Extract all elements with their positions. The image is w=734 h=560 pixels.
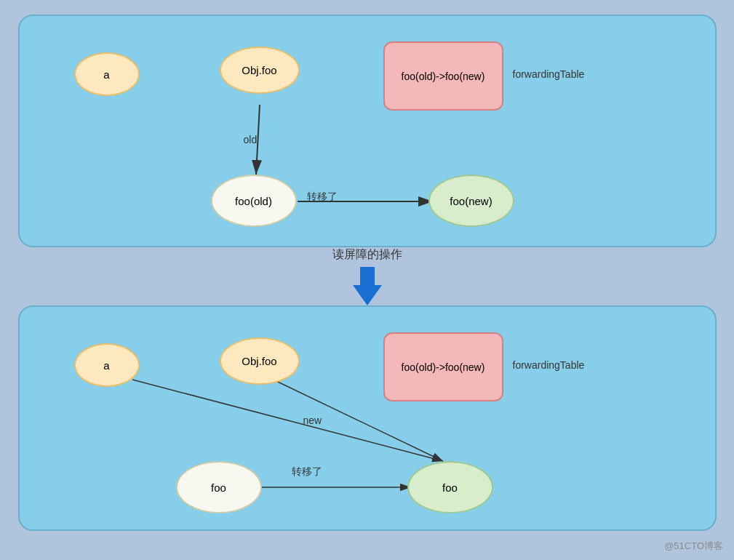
top-node-obj-foo: Obj.foo (220, 47, 300, 94)
bottom-forwarding-table-box: foo(old)->foo(new) (383, 332, 503, 401)
bottom-transition-label: 转移了 (292, 465, 322, 479)
watermark: @51CTO博客 (664, 540, 723, 553)
bottom-node-foo-white: foo (176, 461, 262, 513)
main-container: a Obj.foo old foo(old) 转移了 foo(new) foo(… (0, 0, 734, 560)
top-node-a: a (74, 52, 140, 96)
top-node-foo-new: foo(new) (428, 175, 514, 227)
bottom-diagram-box: a Obj.foo new foo 转移了 foo foo(old)->foo(… (18, 305, 717, 531)
top-diagram-arrows (20, 16, 715, 246)
bottom-diagram-arrows (20, 307, 715, 529)
transition-text: 读屏障的操作 (332, 247, 402, 263)
top-diagram-box: a Obj.foo old foo(old) 转移了 foo(new) foo(… (18, 15, 717, 247)
top-transition-label: 转移了 (307, 191, 338, 204)
arrow-head (353, 285, 382, 305)
bottom-node-foo-green: foo (407, 461, 493, 513)
top-forwarding-label: forwardingTable (513, 68, 585, 80)
bottom-node-obj-foo: Obj.foo (220, 337, 300, 385)
top-forwarding-table-box: foo(old)->foo(new) (383, 41, 503, 111)
bottom-node-a: a (74, 343, 140, 387)
down-arrow-container (353, 267, 382, 305)
top-node-foo-old: foo(old) (211, 175, 297, 227)
bottom-new-label: new (303, 415, 322, 426)
arrow-shaft (360, 267, 375, 285)
transition-area: 读屏障的操作 (332, 247, 402, 305)
top-old-label: old (244, 134, 258, 145)
bottom-forwarding-label: forwardingTable (513, 359, 585, 371)
